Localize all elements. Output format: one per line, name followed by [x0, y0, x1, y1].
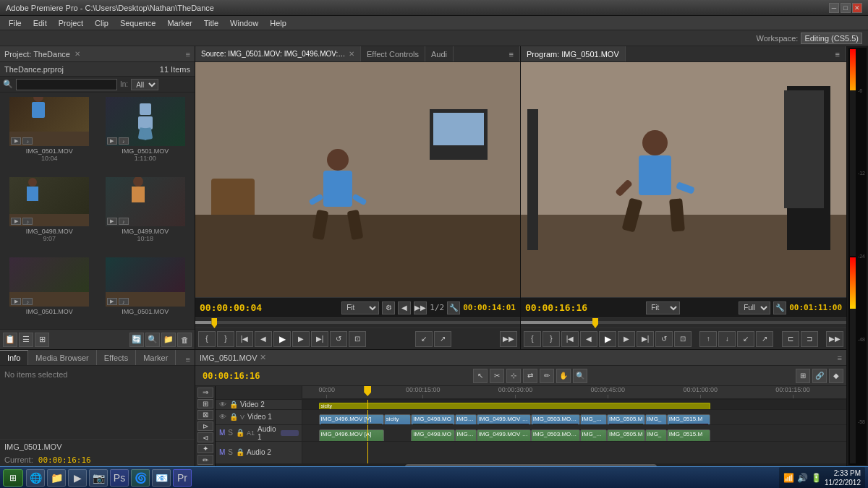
automate-button[interactable]: 🔄 — [129, 333, 144, 347]
track-mute-a1[interactable]: M — [218, 428, 226, 437]
audio-track-2-content[interactable] — [302, 442, 846, 463]
tab-effects[interactable]: Effects — [97, 350, 136, 365]
prog-mark-out[interactable]: } — [542, 331, 560, 347]
source-prev-btn[interactable]: ◀ — [398, 301, 411, 314]
source-fit-select[interactable]: Fit25%50%100% — [341, 301, 379, 314]
tab-info[interactable]: Info — [0, 350, 28, 365]
menu-file[interactable]: File — [3, 17, 27, 29]
video-clip-8[interactable]: IMG_ — [645, 414, 667, 424]
project-panel-close[interactable]: ✕ — [75, 50, 80, 58]
source-loop[interactable]: ↺ — [330, 331, 347, 347]
prog-more[interactable]: ▶▶ — [826, 331, 843, 347]
source-scrub-marker[interactable] — [211, 318, 217, 328]
menu-clip[interactable]: Clip — [89, 17, 114, 29]
source-safe[interactable]: ⊡ — [349, 331, 366, 347]
timeline-close[interactable]: ✕ — [260, 353, 266, 362]
source-play[interactable]: ▶ — [273, 331, 291, 347]
menu-window[interactable]: Window — [224, 17, 264, 29]
track-solo-a1[interactable]: S — [227, 428, 234, 437]
prog-overwrite[interactable]: ↗ — [756, 331, 773, 347]
project-panel-menu[interactable]: ≡ — [186, 50, 190, 59]
track-lock-v1[interactable]: 🔒 — [229, 412, 239, 421]
tab-media-browser[interactable]: Media Browser — [28, 350, 96, 365]
track-lock-a2[interactable]: 🔒 — [235, 448, 245, 457]
icon-view-button[interactable]: ⊞ — [35, 333, 49, 347]
prog-go-out[interactable]: ▶| — [637, 331, 654, 347]
new-item-button[interactable]: 📋 — [3, 333, 17, 347]
video-clip-0[interactable]: IMG_0496.MOV [V] — [319, 414, 384, 424]
source-go-in[interactable]: |◀ — [236, 331, 253, 347]
source-more[interactable]: ▶▶ — [500, 331, 517, 347]
prog-step-back[interactable]: ◀ — [580, 331, 597, 347]
prog-mark-in[interactable]: { — [524, 331, 541, 347]
track-mute-a2[interactable]: M — [218, 448, 226, 457]
menu-sequence[interactable]: Sequence — [114, 17, 162, 29]
program-scrub-bar[interactable] — [521, 317, 846, 328]
menu-help[interactable]: Help — [264, 17, 292, 29]
taskbar-premiere[interactable]: Pr — [173, 469, 192, 487]
tl-tool-btn-3[interactable]: ⊠ — [197, 410, 213, 420]
source-step-back[interactable]: ◀ — [255, 331, 272, 347]
prog-extract[interactable]: ↓ — [718, 331, 736, 347]
video-clip-3[interactable]: IMG_050 — [455, 414, 477, 424]
delete-button[interactable]: 🗑 — [177, 333, 192, 347]
list-view-button[interactable]: ☰ — [19, 333, 33, 347]
video-clip-7[interactable]: IMG_0505.M — [607, 414, 645, 424]
tray-battery[interactable]: 🔋 — [811, 473, 822, 483]
program-full-select[interactable]: FullHalf — [739, 301, 770, 314]
audio-clip-0[interactable]: IMG_0496.MOV [A] — [319, 429, 384, 441]
list-item[interactable]: ▶ ♪ IMG_0501.MOV 10:04 — [3, 95, 96, 173]
track-sync-v2[interactable]: 🔒 — [229, 400, 239, 409]
video-track-2-content[interactable]: sicity — [302, 400, 846, 409]
video-clip-6[interactable]: IMG_050 — [580, 414, 608, 424]
source-panel-menu[interactable]: ≡ — [503, 46, 520, 61]
left-panel-menu[interactable]: ≡ — [182, 354, 195, 365]
program-tab[interactable]: Program: IMG_0501.MOV — [521, 46, 626, 61]
source-mark-in[interactable]: { — [198, 331, 216, 347]
in-select[interactable]: All — [131, 79, 158, 90]
audio-clip-4[interactable]: IMG_0499.MOV [A] — [477, 429, 531, 441]
video-clip-4[interactable]: IMG_0499.MOV [V] — [477, 414, 531, 424]
video-track-1-content[interactable]: IMG_0496.MOV [V] sicity IMG_0498.MO — [302, 410, 846, 424]
prog-go-in[interactable]: |◀ — [561, 331, 579, 347]
prog-trim-out[interactable]: ⊐ — [801, 331, 818, 347]
tl-tool-btn-5[interactable]: ⊲ — [197, 432, 213, 442]
video-clip-5[interactable]: IMG_0503.MOV [V] — [531, 414, 580, 424]
tray-volume[interactable]: 🔊 — [797, 473, 808, 483]
workspace-select[interactable]: Editing (CS5.5) — [801, 33, 862, 44]
audio-tab[interactable]: Audi — [425, 46, 454, 61]
tray-network[interactable]: 📶 — [783, 473, 794, 483]
source-tab[interactable]: Source: IMG_0501.MOV: IMG_0496.MOV: 00:0… — [195, 46, 361, 61]
tl-tool-btn-1[interactable]: ⇒ — [197, 388, 213, 398]
program-panel-menu[interactable]: ≡ — [830, 46, 846, 61]
source-next-btn[interactable]: ▶▶ — [414, 301, 427, 314]
find-button[interactable]: 🔍 — [145, 333, 160, 347]
audio-clip-3[interactable]: IMG_050 — [455, 429, 477, 441]
prog-trim-in[interactable]: ⊏ — [782, 331, 799, 347]
prog-insert[interactable]: ↙ — [737, 331, 754, 347]
audio-clip-2[interactable]: IMG_0498.MO — [411, 429, 454, 441]
audio-clip-9[interactable]: IMG_0515.M — [667, 429, 710, 441]
taskbar-chrome[interactable]: 🌀 — [131, 469, 150, 487]
taskbar-media[interactable]: ▶ — [68, 469, 87, 487]
tl-tool-pen[interactable]: ✏ — [540, 369, 554, 383]
taskbar-ie[interactable]: 🌐 — [26, 469, 45, 487]
tl-tool-btn-4[interactable]: ⊳ — [197, 421, 213, 432]
tl-tool-btn-2[interactable]: ⊞ — [197, 399, 213, 409]
video-clip-9[interactable]: IMG_0515.M — [667, 414, 710, 424]
prog-step-fwd[interactable]: ▶ — [618, 331, 635, 347]
start-button[interactable]: ⊞ — [3, 469, 23, 487]
source-go-out[interactable]: ▶| — [311, 331, 328, 347]
source-tab-close[interactable]: ✕ — [349, 50, 354, 58]
source-settings-btn[interactable]: ⚙ — [382, 301, 395, 314]
tab-marker[interactable]: Marker — [136, 350, 176, 365]
list-item[interactable]: ▶ ♪ IMG_0501.MOV 1:11:00 — [99, 95, 192, 173]
source-mark-out[interactable]: } — [217, 331, 234, 347]
prog-play[interactable]: ▶ — [599, 331, 616, 347]
program-fit-select[interactable]: Fit25%50% — [646, 301, 680, 314]
prog-safe[interactable]: ⊡ — [674, 331, 692, 347]
tl-zoom-in[interactable]: 🔍 — [573, 369, 587, 383]
search-input[interactable] — [16, 79, 117, 90]
source-step-fwd[interactable]: ▶ — [292, 331, 310, 347]
list-item[interactable]: ▶ ♪ IMG_0501.MOV — [99, 256, 192, 326]
